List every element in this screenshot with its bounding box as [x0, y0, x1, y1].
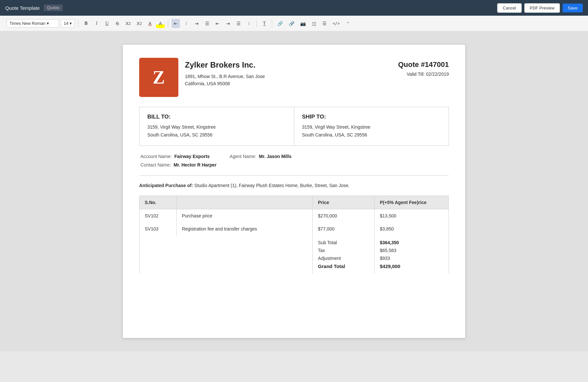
blockquote-button[interactable]: “: [344, 19, 352, 28]
underline-button[interactable]: U: [103, 19, 111, 28]
ship-to-box: SHIP TO: 3159, Virgil Way Street, Kingst…: [294, 107, 449, 146]
toolbar-separator-1: [78, 20, 78, 27]
ordered-list-button[interactable]: ☰: [234, 19, 243, 28]
align-right-button[interactable]: ⇥: [192, 19, 201, 28]
account-info: Account Name: Fairway Exports Contact Na…: [139, 154, 449, 167]
ship-to-address: 3159, Virgil Way Street, Kingstree South…: [302, 123, 441, 139]
cancel-button[interactable]: Cancel: [497, 3, 521, 13]
subtotal-label: Sub Total: [318, 239, 369, 247]
ship-to-label: SHIP TO:: [302, 114, 441, 120]
row2-price: $77,000: [313, 222, 374, 235]
font-size-chevron-icon: ▾: [70, 21, 72, 26]
row2-sno: SV103: [139, 222, 177, 235]
ship-to-line1: 3159, Virgil Way Street, Kingstree: [302, 124, 370, 130]
tax-value: $65,583: [380, 247, 443, 254]
unordered-list-button[interactable]: ⁝: [245, 19, 253, 28]
quote-info: Quote #147001 Valid Till: 02/22/2019: [398, 58, 449, 77]
bill-to-line1: 3159, Virgil Way Street, Kingstree: [147, 124, 216, 130]
ship-to-line2: South Carolina, USA, SC 29556: [302, 132, 367, 137]
indent-increase-button[interactable]: ⇥: [224, 19, 232, 28]
row1-price: $270,000: [313, 209, 374, 222]
align-left-button[interactable]: ⇤: [172, 19, 180, 28]
bill-to-address: 3159, Virgil Way Street, Kingstree South…: [147, 123, 286, 139]
account-info-col-right: Agent Name: Mr. Jason Mills: [230, 154, 291, 167]
remove-link-button[interactable]: 🔗̸: [287, 19, 296, 28]
company-logo-letter: Z: [153, 67, 165, 88]
company-section: Z Zylker Brokers Inc. 1891, Mhow St., B.…: [139, 58, 265, 97]
toolbar-separator-4: [272, 20, 272, 27]
superscript-button[interactable]: X2: [135, 19, 144, 28]
align-justify-button[interactable]: ☰: [203, 19, 211, 28]
document-page: Z Zylker Brokers Inc. 1891, Mhow St., B.…: [122, 44, 466, 338]
account-info-col-left: Account Name: Fairway Exports Contact Na…: [140, 154, 217, 167]
bill-to-box: BILL TO: 3159, Virgil Way Street, Kingst…: [139, 107, 294, 146]
company-address: 1891, Mhow St., B.R Avenue, San Jose Cal…: [185, 73, 265, 88]
col-header-agent-price: P(+5% Agent Fee)rice: [374, 196, 449, 209]
font-name-label: Times New Roman: [9, 21, 45, 26]
col-header-price: Price: [313, 196, 374, 209]
account-name-label: Account Name:: [140, 154, 172, 159]
insert-link-button[interactable]: 🔗: [275, 19, 285, 28]
company-address-line2: California, USA 95008: [185, 81, 230, 86]
subtotal-value: $364,350: [380, 239, 443, 247]
font-size-label: 14: [64, 21, 68, 26]
purchase-text: Studio Apartment (1), Fairway Plush Esta…: [194, 183, 350, 188]
bill-to-label: BILL TO:: [147, 114, 286, 120]
top-bar-left: Quote Template Quotes: [5, 5, 63, 11]
strikethrough-button[interactable]: S: [113, 19, 122, 28]
table-row: SV102 Purchase price $270,000 $13,500: [139, 209, 449, 222]
company-logo: Z: [139, 58, 178, 97]
font-chevron-icon: ▾: [47, 21, 49, 26]
col-header-sno: S.No.: [139, 196, 177, 209]
document-area: Z Zylker Brokers Inc. 1891, Mhow St., B.…: [0, 31, 588, 351]
contact-name-label: Contact Name:: [140, 162, 171, 167]
contact-name-value: Mr. Hector R Harper: [173, 162, 216, 167]
account-name-row: Account Name: Fairway Exports: [140, 154, 217, 159]
company-info: Zylker Brokers Inc. 1891, Mhow St., B.R …: [185, 58, 265, 88]
code-view-button[interactable]: </>: [331, 19, 342, 28]
col-header-desc: [176, 196, 313, 209]
indent-decrease-button[interactable]: ⇤: [213, 19, 222, 28]
align-center-button[interactable]: ⁝: [182, 19, 190, 28]
clear-format-button[interactable]: T̲: [260, 19, 269, 28]
purchase-description: Anticipated Purchase of: Studio Apartmen…: [139, 182, 449, 189]
toolbar-separator-3: [256, 20, 257, 27]
pdf-preview-button[interactable]: PDF Preview: [524, 3, 560, 13]
row2-agent-price: $3,850: [374, 222, 449, 235]
quote-valid-till: Valid Till: 02/22/2019: [398, 72, 449, 77]
grand-label: Grand Total: [318, 262, 369, 270]
company-address-line1: 1891, Mhow St., B.R Avenue, San Jose: [185, 74, 265, 79]
table-row: SV103 Registration fee and transfer char…: [139, 222, 449, 235]
contact-name-row: Contact Name: Mr. Hector R Harper: [140, 162, 217, 167]
top-bar: Quote Template Quotes Cancel PDF Preview…: [0, 0, 588, 16]
adjustment-label: Adjustment: [318, 254, 369, 262]
app-title: Quote Template: [5, 5, 40, 11]
font-color-button[interactable]: A: [146, 19, 154, 28]
row2-desc: Registration fee and transfer charges: [176, 222, 313, 235]
row1-sno: SV102: [139, 209, 177, 222]
section-divider: [139, 175, 449, 176]
quote-number: Quote #147001: [398, 60, 449, 69]
agent-name-label: Agent Name:: [230, 154, 256, 159]
insert-image-button[interactable]: 📷: [298, 19, 308, 28]
toolbar: Times New Roman ▾ 14 ▾ B I U S X2 X2 A A…: [0, 16, 588, 31]
font-background-button[interactable]: A: [156, 19, 165, 28]
row1-desc: Purchase price: [176, 209, 313, 222]
purchase-prefix: Anticipated Purchase of:: [139, 183, 193, 188]
top-bar-actions: Cancel PDF Preview Save: [497, 3, 583, 13]
insert-table-button[interactable]: ◫: [310, 19, 318, 28]
font-size-selector[interactable]: 14 ▾: [61, 19, 75, 27]
italic-button[interactable]: I: [92, 19, 101, 28]
totals-row-spacer: Sub Total Tax Adjustment Grand Total $36…: [139, 235, 449, 274]
save-button[interactable]: Save: [563, 4, 583, 12]
font-family-selector[interactable]: Times New Roman ▾: [7, 19, 59, 27]
company-name: Zylker Brokers Inc.: [185, 60, 265, 70]
toolbar-separator-2: [168, 20, 168, 27]
agent-name-value: Mr. Jason Mills: [259, 154, 292, 159]
subscript-button[interactable]: X2: [123, 19, 133, 28]
text-align-special-button[interactable]: ☰: [320, 19, 329, 28]
items-table: S.No. Price P(+5% Agent Fee)rice SV102 P…: [139, 196, 449, 274]
bill-to-line2: South Carolina, USA, SC 29556: [147, 132, 212, 137]
table-header-row: S.No. Price P(+5% Agent Fee)rice: [139, 196, 449, 209]
bold-button[interactable]: B: [82, 19, 90, 28]
